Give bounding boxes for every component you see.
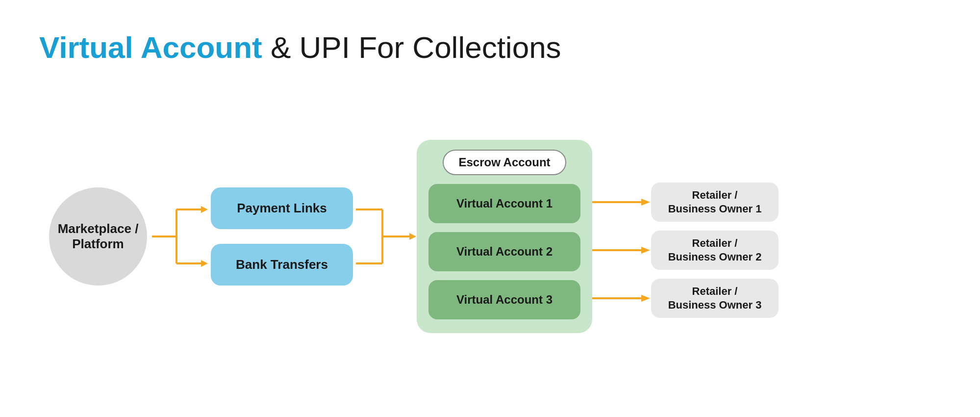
bank-transfers-label: Bank Transfers (236, 257, 328, 272)
va-arrow-row-1 (592, 182, 651, 222)
virtual-account-3-label: Virtual Account 3 (456, 293, 553, 307)
va-arrow-row-3 (592, 279, 651, 318)
title-bold: Virtual Account (39, 30, 262, 64)
title-rest: & UPI For Collections (262, 30, 561, 64)
virtual-account-1-box: Virtual Account 1 (428, 184, 580, 223)
slide: Virtual Account & UPI For Collections Ma… (0, 0, 980, 417)
virtual-account-2-box: Virtual Account 2 (428, 232, 580, 271)
payment-links-label: Payment Links (237, 201, 327, 216)
virtual-account-2-label: Virtual Account 2 (456, 245, 553, 259)
svg-marker-14 (641, 199, 650, 206)
marketplace-node: Marketplace /Platform (49, 187, 147, 286)
svg-marker-6 (201, 260, 208, 267)
marketplace-label: Marketplace /Platform (58, 221, 139, 252)
retailer-1-label: Retailer /Business Owner 1 (668, 188, 762, 216)
payment-boxes-container: Payment Links Bank Transfers (211, 187, 353, 286)
branch-arrow-left (147, 182, 211, 290)
va-arrows-section (592, 155, 651, 318)
svg-marker-16 (641, 247, 650, 254)
svg-marker-18 (641, 295, 650, 302)
virtual-account-1-label: Virtual Account 1 (456, 197, 553, 210)
bank-transfers-box: Bank Transfers (211, 244, 353, 286)
page-title: Virtual Account & UPI For Collections (39, 29, 941, 66)
virtual-account-3-box: Virtual Account 3 (428, 280, 580, 319)
escrow-container: Escrow Account Virtual Account 1 Virtual… (417, 140, 592, 333)
retailer-2-label: Retailer /Business Owner 2 (668, 236, 762, 264)
svg-marker-12 (409, 233, 416, 240)
retailer-1-box: Retailer /Business Owner 1 (651, 182, 779, 222)
retailer-boxes-container: Retailer /Business Owner 1 Retailer /Bus… (651, 155, 779, 318)
va-arrow-row-2 (592, 231, 651, 270)
svg-marker-3 (201, 206, 208, 213)
escrow-label: Escrow Account (443, 150, 566, 175)
retailer-3-box: Retailer /Business Owner 3 (651, 279, 779, 318)
retailer-2-box: Retailer /Business Owner 2 (651, 231, 779, 270)
retailer-3-label: Retailer /Business Owner 3 (668, 285, 762, 313)
merge-arrow (353, 182, 417, 290)
payment-links-box: Payment Links (211, 187, 353, 229)
diagram: Marketplace /Platform (39, 85, 941, 388)
